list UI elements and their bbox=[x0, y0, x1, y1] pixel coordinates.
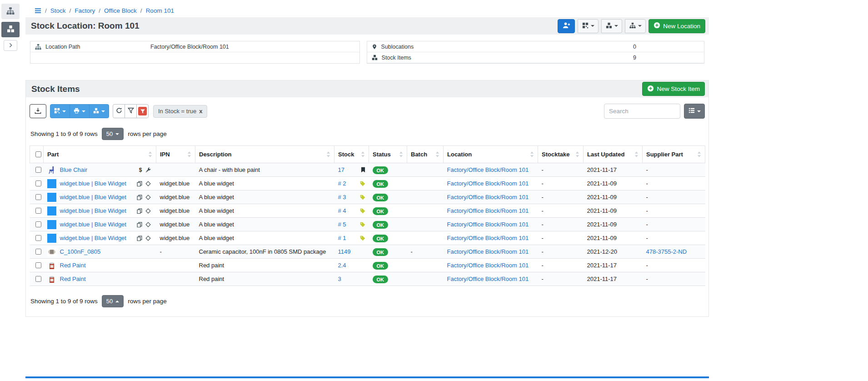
location-link[interactable]: Factory/Office Block/Room 101 bbox=[447, 248, 529, 255]
sort-icon[interactable] bbox=[530, 151, 534, 157]
row-checkbox[interactable] bbox=[35, 262, 41, 268]
location-link[interactable]: Factory/Office Block/Room 101 bbox=[447, 235, 529, 241]
sort-icon[interactable] bbox=[187, 151, 191, 157]
breadcrumb: /Stock/Factory/Office Block/Room 101 bbox=[25, 4, 709, 17]
part-link[interactable]: widget.blue | Blue Widget bbox=[60, 194, 126, 201]
plus-circle-icon bbox=[653, 22, 660, 30]
clear-filters-button[interactable] bbox=[136, 104, 149, 118]
new-location-button[interactable]: New Location bbox=[649, 19, 705, 33]
sort-icon[interactable] bbox=[435, 151, 439, 157]
person-plus-icon bbox=[563, 22, 570, 30]
blue-widget-thumbnail[interactable] bbox=[47, 220, 56, 229]
page-size-dropdown[interactable]: 50 bbox=[102, 128, 124, 140]
column-header-supplier-part[interactable]: Supplier Part bbox=[643, 146, 705, 163]
paint-can-thumbnail[interactable] bbox=[47, 261, 56, 270]
location-link[interactable]: Factory/Office Block/Room 101 bbox=[447, 194, 529, 201]
column-header-stock[interactable]: Stock bbox=[334, 146, 369, 163]
stock-link[interactable]: 17 bbox=[338, 166, 344, 173]
stock-link[interactable]: 2.4 bbox=[338, 262, 346, 269]
column-header-ipn[interactable]: IPN bbox=[156, 146, 195, 163]
row-checkbox[interactable] bbox=[35, 194, 41, 200]
location-actions-button[interactable] bbox=[625, 19, 646, 33]
column-header-part[interactable]: Part bbox=[44, 146, 156, 163]
sort-icon[interactable] bbox=[326, 151, 330, 157]
stock-link[interactable]: # 2 bbox=[338, 180, 346, 187]
stock-link[interactable]: # 1 bbox=[338, 235, 346, 241]
subscribe-button[interactable] bbox=[558, 19, 575, 33]
stock-link[interactable]: 1149 bbox=[338, 248, 351, 255]
column-header-last-updated[interactable]: Last Updated bbox=[584, 146, 643, 163]
sidebar-item-hierarchy[interactable] bbox=[1, 4, 20, 19]
part-link[interactable]: widget.blue | Blue Widget bbox=[60, 221, 126, 228]
row-checkbox[interactable] bbox=[35, 208, 41, 214]
location-link[interactable]: Factory/Office Block/Room 101 bbox=[447, 180, 529, 187]
location-link[interactable]: Factory/Office Block/Room 101 bbox=[447, 276, 529, 282]
stock-link[interactable]: # 4 bbox=[338, 207, 346, 214]
column-header-status[interactable]: Status bbox=[369, 146, 407, 163]
breadcrumb-link[interactable]: Stock bbox=[50, 7, 66, 14]
location-link[interactable]: Factory/Office Block/Room 101 bbox=[447, 207, 529, 214]
toolbar-print-dropdown[interactable] bbox=[70, 104, 90, 118]
sort-icon[interactable] bbox=[634, 151, 639, 157]
sort-icon[interactable] bbox=[399, 151, 403, 157]
search-input[interactable] bbox=[604, 104, 680, 119]
sidebar-expand-button[interactable] bbox=[4, 40, 17, 51]
stock-link[interactable]: # 3 bbox=[338, 194, 346, 201]
toolbar-barcode-dropdown[interactable] bbox=[50, 104, 70, 118]
export-button[interactable] bbox=[30, 104, 46, 118]
location-link[interactable]: Factory/Office Block/Room 101 bbox=[447, 221, 529, 228]
stock-link[interactable]: # 5 bbox=[338, 221, 346, 228]
barcode-actions-button[interactable] bbox=[578, 19, 599, 33]
breadcrumb-link[interactable]: Factory bbox=[75, 7, 95, 14]
select-all-checkbox[interactable] bbox=[35, 151, 41, 157]
blue-widget-thumbnail[interactable] bbox=[47, 234, 56, 243]
page-header-actions: New Location bbox=[558, 19, 705, 33]
row-checkbox[interactable] bbox=[35, 276, 41, 282]
status-badge: OK bbox=[373, 262, 389, 270]
stock-link[interactable]: 3 bbox=[338, 276, 341, 282]
page-size-dropdown[interactable]: 50 bbox=[102, 295, 124, 307]
column-header-batch[interactable]: Batch bbox=[407, 146, 444, 163]
sidebar-item-stock[interactable] bbox=[1, 22, 20, 37]
part-link[interactable]: Blue Chair bbox=[60, 166, 88, 173]
part-link[interactable]: widget.blue | Blue Widget bbox=[60, 235, 126, 241]
remove-filter-icon[interactable]: x bbox=[199, 108, 202, 115]
toolbar-stock-options-dropdown[interactable] bbox=[89, 104, 109, 118]
filter-button[interactable] bbox=[125, 104, 137, 118]
part-link[interactable]: widget.blue | Blue Widget bbox=[60, 180, 126, 187]
breadcrumb-link[interactable]: Room 101 bbox=[146, 7, 174, 14]
row-checkbox[interactable] bbox=[35, 235, 41, 241]
part-link[interactable]: Red Paint bbox=[60, 276, 86, 282]
menu-icon[interactable] bbox=[35, 7, 41, 14]
column-header-description[interactable]: Description bbox=[195, 146, 334, 163]
part-link[interactable]: widget.blue | Blue Widget bbox=[60, 207, 126, 214]
breadcrumb-link[interactable]: Office Block bbox=[104, 7, 137, 14]
row-checkbox[interactable] bbox=[35, 167, 41, 173]
new-stock-item-button[interactable]: New Stock Item bbox=[642, 82, 705, 96]
refresh-button[interactable] bbox=[113, 104, 125, 118]
row-checkbox[interactable] bbox=[35, 221, 41, 227]
sort-icon[interactable] bbox=[697, 151, 701, 157]
stock-actions-button[interactable] bbox=[601, 19, 622, 33]
paint-can-thumbnail[interactable] bbox=[47, 275, 56, 284]
row-checkbox[interactable] bbox=[35, 180, 41, 186]
capacitor-thumbnail[interactable] bbox=[47, 247, 56, 256]
sort-icon[interactable] bbox=[148, 151, 152, 157]
row-checkbox[interactable] bbox=[35, 249, 41, 255]
column-header-location[interactable]: Location bbox=[444, 146, 538, 163]
location-link[interactable]: Factory/Office Block/Room 101 bbox=[447, 166, 529, 173]
stock-table-body: Blue Chair$A chair - with blue paint17OK… bbox=[30, 163, 705, 286]
part-link[interactable]: Red Paint bbox=[60, 262, 86, 269]
column-header-stocktake[interactable]: Stocktake bbox=[538, 146, 584, 163]
sort-icon[interactable] bbox=[575, 151, 579, 157]
blue-widget-thumbnail[interactable] bbox=[47, 206, 56, 216]
sort-icon[interactable] bbox=[361, 151, 365, 157]
chair-thumbnail[interactable] bbox=[47, 165, 56, 175]
part-link[interactable]: C_100nF_0805 bbox=[60, 248, 101, 255]
blue-widget-thumbnail[interactable] bbox=[47, 193, 56, 202]
location-link[interactable]: Factory/Office Block/Room 101 bbox=[447, 262, 529, 269]
columns-dropdown-button[interactable] bbox=[684, 104, 705, 119]
caret-up-icon bbox=[115, 301, 119, 302]
blue-widget-thumbnail[interactable] bbox=[47, 179, 56, 188]
supplier-part-link[interactable]: 478-3755-2-ND bbox=[646, 248, 687, 255]
